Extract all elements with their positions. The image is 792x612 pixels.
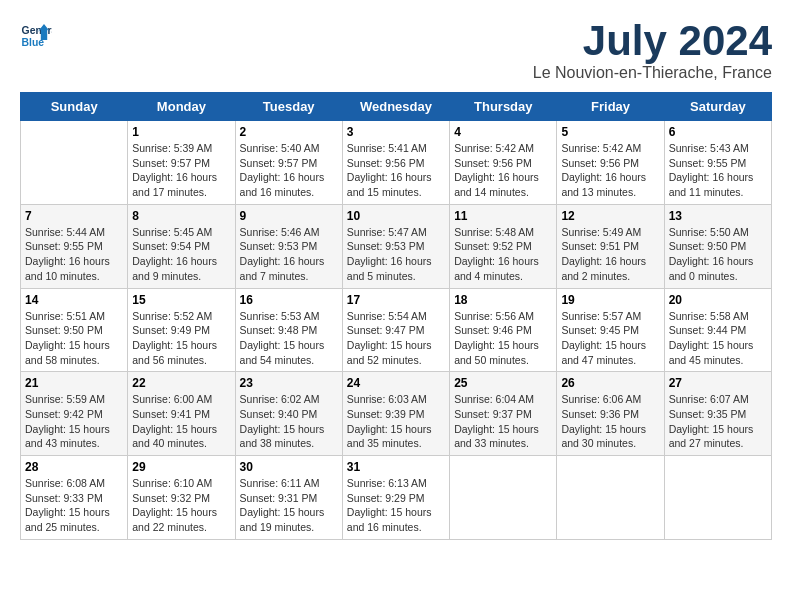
day-number: 19 (561, 293, 659, 307)
day-number: 11 (454, 209, 552, 223)
day-info: Sunrise: 6:10 AMSunset: 9:32 PMDaylight:… (132, 476, 230, 535)
calendar-day-cell: 19Sunrise: 5:57 AMSunset: 9:45 PMDayligh… (557, 288, 664, 372)
day-info: Sunrise: 5:41 AMSunset: 9:56 PMDaylight:… (347, 141, 445, 200)
day-info: Sunrise: 6:04 AMSunset: 9:37 PMDaylight:… (454, 392, 552, 451)
calendar-day-cell: 15Sunrise: 5:52 AMSunset: 9:49 PMDayligh… (128, 288, 235, 372)
weekday-label: Tuesday (235, 93, 342, 121)
calendar-day-cell: 20Sunrise: 5:58 AMSunset: 9:44 PMDayligh… (664, 288, 771, 372)
day-info: Sunrise: 5:53 AMSunset: 9:48 PMDaylight:… (240, 309, 338, 368)
day-number: 1 (132, 125, 230, 139)
day-number: 17 (347, 293, 445, 307)
calendar-day-cell: 8Sunrise: 5:45 AMSunset: 9:54 PMDaylight… (128, 204, 235, 288)
day-number: 30 (240, 460, 338, 474)
weekday-label: Wednesday (342, 93, 449, 121)
calendar-day-cell: 6Sunrise: 5:43 AMSunset: 9:55 PMDaylight… (664, 121, 771, 205)
day-number: 8 (132, 209, 230, 223)
weekday-header-row: SundayMondayTuesdayWednesdayThursdayFrid… (21, 93, 772, 121)
calendar-week-row: 7Sunrise: 5:44 AMSunset: 9:55 PMDaylight… (21, 204, 772, 288)
day-number: 4 (454, 125, 552, 139)
day-info: Sunrise: 5:48 AMSunset: 9:52 PMDaylight:… (454, 225, 552, 284)
calendar-day-cell: 30Sunrise: 6:11 AMSunset: 9:31 PMDayligh… (235, 456, 342, 540)
calendar-day-cell (450, 456, 557, 540)
calendar-week-row: 1Sunrise: 5:39 AMSunset: 9:57 PMDaylight… (21, 121, 772, 205)
calendar-day-cell: 27Sunrise: 6:07 AMSunset: 9:35 PMDayligh… (664, 372, 771, 456)
month-title: July 2024 (533, 20, 772, 62)
calendar-day-cell: 25Sunrise: 6:04 AMSunset: 9:37 PMDayligh… (450, 372, 557, 456)
day-number: 7 (25, 209, 123, 223)
calendar-day-cell: 5Sunrise: 5:42 AMSunset: 9:56 PMDaylight… (557, 121, 664, 205)
day-info: Sunrise: 5:42 AMSunset: 9:56 PMDaylight:… (454, 141, 552, 200)
weekday-label: Sunday (21, 93, 128, 121)
calendar-day-cell: 11Sunrise: 5:48 AMSunset: 9:52 PMDayligh… (450, 204, 557, 288)
day-info: Sunrise: 5:54 AMSunset: 9:47 PMDaylight:… (347, 309, 445, 368)
calendar-body: 1Sunrise: 5:39 AMSunset: 9:57 PMDaylight… (21, 121, 772, 540)
day-number: 18 (454, 293, 552, 307)
day-info: Sunrise: 5:46 AMSunset: 9:53 PMDaylight:… (240, 225, 338, 284)
calendar-week-row: 21Sunrise: 5:59 AMSunset: 9:42 PMDayligh… (21, 372, 772, 456)
calendar-day-cell (664, 456, 771, 540)
calendar-day-cell: 12Sunrise: 5:49 AMSunset: 9:51 PMDayligh… (557, 204, 664, 288)
day-number: 31 (347, 460, 445, 474)
day-info: Sunrise: 5:50 AMSunset: 9:50 PMDaylight:… (669, 225, 767, 284)
day-number: 28 (25, 460, 123, 474)
day-info: Sunrise: 5:42 AMSunset: 9:56 PMDaylight:… (561, 141, 659, 200)
day-number: 27 (669, 376, 767, 390)
calendar-day-cell (557, 456, 664, 540)
calendar-day-cell: 3Sunrise: 5:41 AMSunset: 9:56 PMDaylight… (342, 121, 449, 205)
day-number: 9 (240, 209, 338, 223)
day-info: Sunrise: 5:58 AMSunset: 9:44 PMDaylight:… (669, 309, 767, 368)
day-number: 15 (132, 293, 230, 307)
calendar-day-cell: 22Sunrise: 6:00 AMSunset: 9:41 PMDayligh… (128, 372, 235, 456)
calendar-day-cell: 26Sunrise: 6:06 AMSunset: 9:36 PMDayligh… (557, 372, 664, 456)
weekday-label: Friday (557, 93, 664, 121)
day-number: 13 (669, 209, 767, 223)
day-info: Sunrise: 6:08 AMSunset: 9:33 PMDaylight:… (25, 476, 123, 535)
day-number: 5 (561, 125, 659, 139)
day-info: Sunrise: 6:13 AMSunset: 9:29 PMDaylight:… (347, 476, 445, 535)
day-info: Sunrise: 5:52 AMSunset: 9:49 PMDaylight:… (132, 309, 230, 368)
day-info: Sunrise: 5:45 AMSunset: 9:54 PMDaylight:… (132, 225, 230, 284)
day-number: 14 (25, 293, 123, 307)
calendar-day-cell: 21Sunrise: 5:59 AMSunset: 9:42 PMDayligh… (21, 372, 128, 456)
calendar-header: SundayMondayTuesdayWednesdayThursdayFrid… (21, 93, 772, 121)
day-info: Sunrise: 6:00 AMSunset: 9:41 PMDaylight:… (132, 392, 230, 451)
day-number: 6 (669, 125, 767, 139)
day-number: 29 (132, 460, 230, 474)
day-info: Sunrise: 6:03 AMSunset: 9:39 PMDaylight:… (347, 392, 445, 451)
day-number: 26 (561, 376, 659, 390)
calendar-day-cell (21, 121, 128, 205)
day-info: Sunrise: 5:49 AMSunset: 9:51 PMDaylight:… (561, 225, 659, 284)
calendar-day-cell: 1Sunrise: 5:39 AMSunset: 9:57 PMDaylight… (128, 121, 235, 205)
calendar-week-row: 28Sunrise: 6:08 AMSunset: 9:33 PMDayligh… (21, 456, 772, 540)
day-info: Sunrise: 6:06 AMSunset: 9:36 PMDaylight:… (561, 392, 659, 451)
day-number: 22 (132, 376, 230, 390)
calendar-day-cell: 13Sunrise: 5:50 AMSunset: 9:50 PMDayligh… (664, 204, 771, 288)
calendar-week-row: 14Sunrise: 5:51 AMSunset: 9:50 PMDayligh… (21, 288, 772, 372)
day-number: 10 (347, 209, 445, 223)
calendar-day-cell: 31Sunrise: 6:13 AMSunset: 9:29 PMDayligh… (342, 456, 449, 540)
day-number: 3 (347, 125, 445, 139)
calendar-day-cell: 17Sunrise: 5:54 AMSunset: 9:47 PMDayligh… (342, 288, 449, 372)
svg-text:General: General (22, 25, 52, 36)
logo: General Blue (20, 20, 52, 52)
calendar-table: SundayMondayTuesdayWednesdayThursdayFrid… (20, 92, 772, 540)
calendar-day-cell: 10Sunrise: 5:47 AMSunset: 9:53 PMDayligh… (342, 204, 449, 288)
page-header: General Blue July 2024 Le Nouvion-en-Thi… (20, 20, 772, 82)
day-info: Sunrise: 5:57 AMSunset: 9:45 PMDaylight:… (561, 309, 659, 368)
day-number: 12 (561, 209, 659, 223)
calendar-day-cell: 14Sunrise: 5:51 AMSunset: 9:50 PMDayligh… (21, 288, 128, 372)
day-info: Sunrise: 5:43 AMSunset: 9:55 PMDaylight:… (669, 141, 767, 200)
day-number: 20 (669, 293, 767, 307)
day-number: 2 (240, 125, 338, 139)
calendar-day-cell: 28Sunrise: 6:08 AMSunset: 9:33 PMDayligh… (21, 456, 128, 540)
day-info: Sunrise: 5:56 AMSunset: 9:46 PMDaylight:… (454, 309, 552, 368)
day-number: 16 (240, 293, 338, 307)
day-number: 25 (454, 376, 552, 390)
weekday-label: Saturday (664, 93, 771, 121)
day-info: Sunrise: 6:02 AMSunset: 9:40 PMDaylight:… (240, 392, 338, 451)
day-info: Sunrise: 5:40 AMSunset: 9:57 PMDaylight:… (240, 141, 338, 200)
calendar-day-cell: 23Sunrise: 6:02 AMSunset: 9:40 PMDayligh… (235, 372, 342, 456)
calendar-day-cell: 18Sunrise: 5:56 AMSunset: 9:46 PMDayligh… (450, 288, 557, 372)
day-info: Sunrise: 5:44 AMSunset: 9:55 PMDaylight:… (25, 225, 123, 284)
title-block: July 2024 Le Nouvion-en-Thierache, Franc… (533, 20, 772, 82)
